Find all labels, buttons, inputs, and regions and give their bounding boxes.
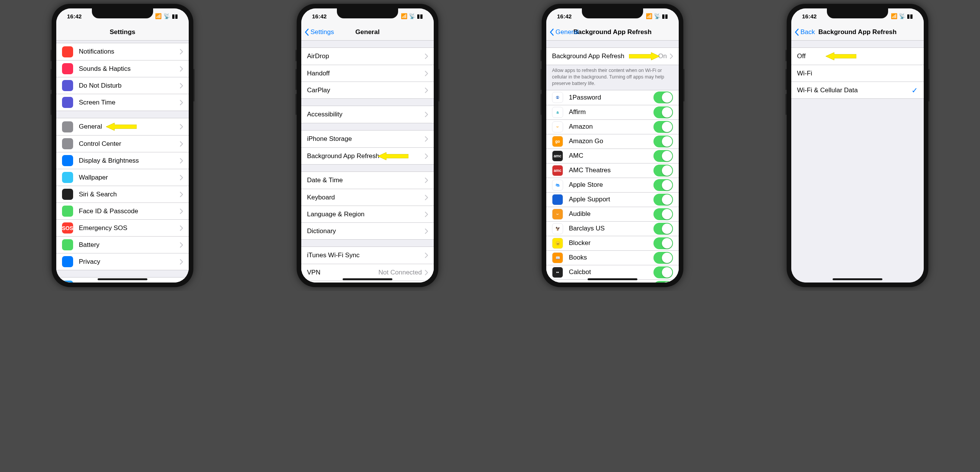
general-row-iphone-storage[interactable]: iPhone Storage [301,131,434,147]
general-row-language-region[interactable]: Language & Region [301,206,434,222]
settings-row-notifications[interactable]: Notifications [56,43,189,60]
app-row-apple-store[interactable]: 🛍Apple Store [546,178,679,192]
status-bar: 16:42 📶 📡 ▮▮ [56,8,189,24]
app-row-1password[interactable]: ①1Password [546,90,679,105]
app-toggle[interactable] [653,237,673,249]
option-row-wi-fi[interactable]: Wi-Fi [791,65,924,82]
app-toggle[interactable] [653,150,673,162]
chevron-right-icon [180,49,183,54]
settings-row-do-not-disturb[interactable]: Do Not Disturb [56,77,189,94]
app-row-apple-support[interactable]: Apple Support [546,192,679,207]
settings-row-battery[interactable]: Battery [56,236,189,253]
settings-row-control-center[interactable]: Control Center [56,135,189,152]
app-toggle[interactable] [653,208,673,220]
app-toggle[interactable] [653,223,673,235]
app-toggle[interactable] [653,194,673,206]
chevron-right-icon [425,136,428,142]
row-label: Control Center [79,140,180,148]
app-row-affirm[interactable]: aAffirm [546,105,679,119]
home-indicator[interactable] [98,278,147,280]
general-row-background-app-refresh[interactable]: Background App Refresh [301,147,434,164]
home-indicator[interactable] [588,278,637,280]
settings-row-siri-search[interactable]: Siri & Search [56,186,189,203]
option-row-off[interactable]: Off [791,48,924,65]
app-row-calcbot[interactable]: ••Calcbot [546,265,679,279]
phone-frame-3: 16:42 📶 📡 ▮▮ General Background App Refr… [542,4,683,287]
app-toggle[interactable] [653,91,673,103]
bar-master-row[interactable]: Background App RefreshOn [546,48,679,65]
app-name: AMC [569,152,653,160]
settings-row-emergency-sos[interactable]: SOSEmergency SOS [56,219,189,236]
privacy-icon [62,256,73,267]
chevron-right-icon [425,195,428,200]
general-row-profile[interactable]: ProfileiOS 12 Beta Software Profile [301,281,434,283]
app-toggle[interactable] [653,106,673,118]
phone-frame-4: 16:42 📶 📡 ▮▮ Back Background App Refresh… [787,4,928,287]
wallpaper-icon [62,172,73,183]
app-name: Amazon Go [569,137,653,145]
general-row-date-time[interactable]: Date & Time [301,172,434,189]
back-button[interactable]: General [549,28,578,36]
general-row-dictionary[interactable]: Dictionary [301,222,434,239]
app-name: Amazon [569,123,653,131]
options-list[interactable]: OffWi-FiWi-Fi & Cellular Data✓ [791,41,924,283]
home-indicator[interactable] [343,278,392,280]
screen-1: 16:42 📶 📡 ▮▮ Settings NotificationsSound… [56,8,189,283]
nav-bar: Settings General [301,24,434,41]
app-row-books[interactable]: 📖Books [546,250,679,265]
settings-row-wallpaper[interactable]: Wallpaper [56,169,189,186]
app-toggle[interactable] [653,179,673,191]
app-row-amc[interactable]: amcAMC [546,149,679,163]
general-row-itunes-wi-fi-sync[interactable]: iTunes Wi-Fi Sync [301,247,434,264]
general-list[interactable]: AirDropHandoffCarPlayAccessibilityiPhone… [301,41,434,283]
general-row-carplay[interactable]: CarPlay [301,82,434,98]
settings-row-display-brightness[interactable]: Display & Brightness [56,152,189,169]
row-label: Wallpaper [79,174,180,181]
app-name: Barclays US [569,225,653,232]
chevron-right-icon [425,88,428,93]
chevron-right-icon [425,154,428,159]
app-row-audible[interactable]: ⌣Audible [546,207,679,221]
general-row-airdrop[interactable]: AirDrop [301,48,434,65]
app-icon: amc [552,165,563,176]
settings-row-general[interactable]: General [56,118,189,135]
app-toggle[interactable] [653,281,673,283]
settings-row-privacy[interactable]: Privacy [56,253,189,270]
app-row-amc-theatres[interactable]: amcAMC Theatres [546,163,679,178]
settings-row-sounds-haptics[interactable]: Sounds & Haptics [56,60,189,77]
app-icon: 🛍 [552,180,563,191]
app-toggle[interactable] [653,165,673,176]
row-label: VPN [307,269,379,276]
checkmark-icon: ✓ [911,86,918,95]
battery-icon: ▮▮ [172,13,178,19]
option-row-wi-fi-cellular-data[interactable]: Wi-Fi & Cellular Data✓ [791,82,924,98]
settings-list[interactable]: NotificationsSounds & HapticsDo Not Dist… [56,41,189,283]
back-button[interactable]: Settings [304,28,334,36]
app-icon: amc [552,150,563,162]
nav-bar: General Background App Refresh [546,24,679,41]
app-row-barclays-us[interactable]: 🦅Barclays US [546,221,679,236]
app-name: Books [569,254,653,261]
app-toggle[interactable] [653,266,673,278]
general-row-handoff[interactable]: Handoff [301,65,434,82]
general-row-accessibility[interactable]: Accessibility [301,106,434,123]
app-toggle[interactable] [653,136,673,147]
signal-icon: 📶 [155,13,162,19]
bar-list[interactable]: Background App RefreshOnAllow apps to re… [546,41,679,283]
status-time: 16:42 [312,13,327,20]
settings-row-face-id-passcode[interactable]: Face ID & Passcode [56,203,189,219]
app-row-amazon[interactable]: ⌣Amazon [546,119,679,134]
status-indicators: 📶 📡 ▮▮ [646,13,668,19]
back-button[interactable]: Back [794,28,815,36]
app-row-blocker[interactable]: 😠Blocker [546,236,679,250]
general-row-keyboard[interactable]: Keyboard [301,189,434,206]
app-icon: ① [552,92,563,103]
back-label: General [555,28,578,36]
settings-row-screen-time[interactable]: Screen Time [56,94,189,111]
status-time: 16:42 [557,13,572,20]
home-indicator[interactable] [833,278,882,280]
status-bar: 16:42 📶 📡 ▮▮ [791,8,924,24]
app-row-amazon-go[interactable]: goAmazon Go [546,134,679,149]
app-toggle[interactable] [653,121,673,133]
app-toggle[interactable] [653,252,673,264]
